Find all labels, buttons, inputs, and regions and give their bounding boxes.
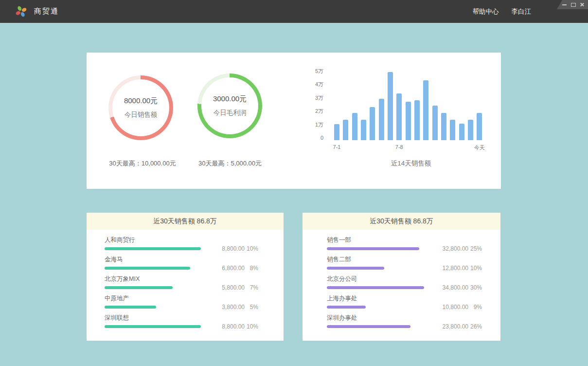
- item-amount: 34,800.00: [434, 284, 468, 291]
- today-sales-value: 8000.00元: [124, 96, 158, 106]
- item-progress-bar: [327, 325, 410, 328]
- profit-30day-max: 30天最高：5,000.00元: [174, 159, 286, 168]
- bar-chart-plot: [334, 67, 482, 140]
- item-percent: 9%: [468, 304, 482, 311]
- item-bar-track: [327, 247, 424, 250]
- minimize-icon[interactable]: [562, 2, 567, 7]
- department-rows: 销售一部32,800.0025%销售二部12,800.0010%北京分公司34,…: [303, 230, 500, 329]
- list-item[interactable]: 北京万象MIX5,800.007%: [105, 275, 258, 290]
- item-percent: 5%: [245, 304, 258, 311]
- today-profit-label: 今日毛利润: [214, 109, 247, 117]
- item-percent: 10%: [245, 245, 258, 252]
- item-progress-bar: [105, 267, 190, 270]
- item-name: 人和商贸行: [105, 236, 258, 244]
- maximize-icon[interactable]: [571, 2, 575, 7]
- item-bar-track: [105, 306, 202, 309]
- customer-card-title: 近30天销售额 86.8万: [87, 213, 284, 230]
- department-card-title: 近30天销售额 86.8万: [303, 213, 500, 230]
- item-name: 深圳联想: [105, 314, 258, 322]
- today-profit-donut-center: 3000.00元 今日毛利润: [201, 77, 258, 134]
- customer-rows: 人和商贸行8,800.0010%金海马6,800.008%北京万象MIX5,80…: [87, 230, 284, 329]
- item-progress-bar: [105, 325, 201, 328]
- window-controls: [557, 0, 588, 9]
- item-progress-bar: [327, 286, 424, 289]
- item-amount: 12,800.00: [434, 265, 468, 272]
- daily-sales-bar: [352, 113, 357, 140]
- y-tick-label: 0: [321, 134, 323, 141]
- list-item[interactable]: 深圳联想8,800.0010%: [105, 314, 258, 329]
- daily-sales-bar: [423, 80, 428, 140]
- item-name: 北京万象MIX: [105, 275, 258, 283]
- list-item[interactable]: 人和商贸行8,800.0010%: [105, 236, 258, 251]
- list-item[interactable]: 中原地产3,800.005%: [105, 294, 258, 310]
- list-item[interactable]: 销售二部12,800.0010%: [327, 256, 482, 271]
- item-percent: 7%: [245, 284, 258, 291]
- item-progress-bar: [105, 306, 156, 309]
- daily-sales-bar: [441, 113, 446, 140]
- item-bar-track: [105, 325, 202, 328]
- daily-sales-bar: [334, 124, 339, 140]
- item-name: 北京分公司: [327, 275, 482, 283]
- item-bar-line: 23,800.0026%: [327, 324, 482, 329]
- item-bar-track: [327, 286, 424, 289]
- item-bar-track: [327, 306, 424, 309]
- header-nav: 帮助中心 李白江: [473, 7, 532, 16]
- daily-sales-bar: [432, 106, 438, 140]
- item-bar-line: 10,800.009%: [327, 304, 482, 310]
- app-header: 商贸通 帮助中心 李白江: [0, 0, 588, 23]
- help-center-link[interactable]: 帮助中心: [473, 7, 499, 16]
- today-profit-donut: 3000.00元 今日毛利润: [197, 73, 262, 138]
- item-bar-track: [105, 286, 202, 289]
- list-item[interactable]: 北京分公司34,800.0030%: [327, 275, 482, 290]
- daily-sales-bar: [459, 124, 464, 140]
- item-bar-line: 32,800.0025%: [327, 246, 482, 251]
- app-logo-pinwheel-icon: [15, 5, 28, 18]
- item-bar-track: [105, 247, 202, 250]
- x-tick-label: 今天: [474, 144, 485, 151]
- item-amount: 32,800.00: [434, 245, 468, 252]
- item-bar-line: 12,800.0010%: [327, 265, 482, 271]
- list-item[interactable]: 销售一部32,800.0025%: [327, 236, 482, 251]
- item-bar-line: 6,800.008%: [105, 265, 258, 271]
- daily-sales-bar: [414, 100, 420, 140]
- item-amount: 23,800.00: [434, 323, 468, 330]
- item-progress-bar: [327, 247, 419, 250]
- item-amount: 10,800.00: [434, 304, 468, 311]
- y-tick-label: 2万: [315, 108, 323, 114]
- item-percent: 10%: [245, 323, 258, 330]
- item-bar-line: 3,800.005%: [105, 304, 258, 310]
- item-bar-line: 8,800.0010%: [105, 246, 258, 251]
- customer-sales-card: 近30天销售额 86.8万 人和商贸行8,800.0010%金海马6,800.0…: [87, 213, 284, 341]
- close-icon[interactable]: [580, 2, 584, 7]
- daily-sales-bar: [379, 99, 384, 140]
- daily-sales-bar: [450, 120, 455, 141]
- summary-card: 8000.00元 今日销售额 3000.00元 今日毛利润 30天最高：10,0…: [87, 53, 501, 189]
- item-amount: 6,800.00: [211, 265, 245, 272]
- bar-chart-x-axis: 7-17-8今天: [334, 144, 482, 151]
- item-name: 深圳办事处: [327, 314, 482, 322]
- list-item[interactable]: 上海办事处10,800.009%: [327, 294, 482, 310]
- item-progress-bar: [105, 247, 201, 250]
- y-tick-label: 4万: [315, 81, 323, 88]
- daily-sales-bar: [396, 93, 402, 140]
- user-name-link[interactable]: 李白江: [512, 7, 532, 16]
- item-name: 金海马: [105, 256, 258, 263]
- item-percent: 8%: [245, 265, 258, 272]
- app-title: 商贸通: [34, 7, 59, 16]
- daily-sales-bar: [388, 72, 393, 140]
- list-item[interactable]: 深圳办事处23,800.0026%: [327, 314, 482, 329]
- item-name: 中原地产: [105, 294, 258, 302]
- item-amount: 8,800.00: [211, 323, 245, 330]
- item-bar-line: 5,800.007%: [105, 285, 258, 290]
- y-tick-label: 3万: [315, 94, 323, 101]
- list-item[interactable]: 金海马6,800.008%: [105, 256, 258, 271]
- x-tick-label: 7-8: [395, 144, 403, 150]
- today-profit-value: 3000.00元: [213, 94, 247, 104]
- item-progress-bar: [327, 267, 384, 270]
- item-bar-line: 34,800.0030%: [327, 285, 482, 290]
- department-sales-card: 近30天销售额 86.8万 销售一部32,800.0025%销售二部12,800…: [303, 213, 500, 341]
- item-progress-bar: [105, 286, 173, 289]
- bar-chart-y-axis: 5万4万3万2万1万0: [291, 67, 323, 145]
- item-percent: 10%: [468, 265, 482, 272]
- item-bar-line: 8,800.0010%: [105, 324, 258, 329]
